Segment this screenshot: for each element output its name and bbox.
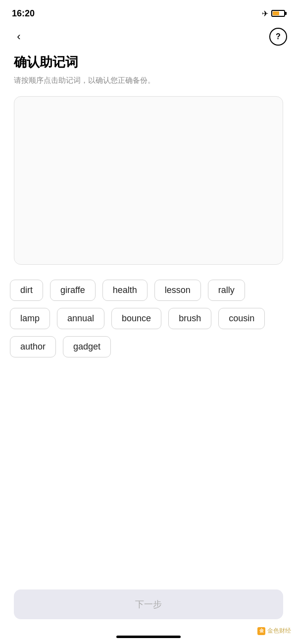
page-content: 确认助记词 请按顺序点击助记词，以确认您正确备份。 (0, 50, 297, 265)
watermark-icon: 金 (257, 627, 265, 635)
word-button-health[interactable]: health (102, 280, 148, 301)
word-button-lamp[interactable]: lamp (10, 308, 50, 329)
word-button-lesson[interactable]: lesson (154, 280, 201, 301)
status-time: 16:20 (12, 8, 35, 19)
help-button[interactable]: ? (269, 28, 287, 46)
battery-icon (271, 10, 285, 17)
word-button-cousin[interactable]: cousin (218, 308, 265, 329)
mnemonic-input-area (14, 96, 283, 265)
word-button-annual[interactable]: annual (57, 308, 104, 329)
watermark: 金 金色财经 (257, 627, 291, 635)
watermark-text: 金色财经 (267, 627, 291, 635)
word-button-author[interactable]: author (10, 336, 56, 357)
next-button[interactable]: 下一步 (14, 589, 283, 619)
nav-bar: ‹ ? (0, 24, 297, 50)
back-button[interactable]: ‹ (10, 28, 28, 46)
page-subtitle: 请按顺序点击助记词，以确认您正确备份。 (14, 75, 283, 86)
word-button-bounce[interactable]: bounce (111, 308, 161, 329)
words-container: dirtgiraffehealthlessonrallylampannualbo… (0, 280, 297, 357)
back-chevron-icon: ‹ (17, 31, 20, 42)
airplane-icon: ✈ (262, 9, 268, 18)
battery-fill (273, 11, 279, 15)
word-button-gadget[interactable]: gadget (63, 336, 111, 357)
home-indicator (116, 636, 181, 638)
status-bar: 16:20 ✈ (0, 0, 297, 24)
help-icon: ? (276, 32, 281, 41)
status-icons: ✈ (262, 9, 285, 18)
word-button-dirt[interactable]: dirt (10, 280, 43, 301)
word-button-giraffe[interactable]: giraffe (50, 280, 96, 301)
bottom-area: 下一步 (0, 589, 297, 619)
page-title: 确认助记词 (14, 54, 283, 71)
word-button-rally[interactable]: rally (208, 280, 245, 301)
word-button-brush[interactable]: brush (168, 308, 211, 329)
